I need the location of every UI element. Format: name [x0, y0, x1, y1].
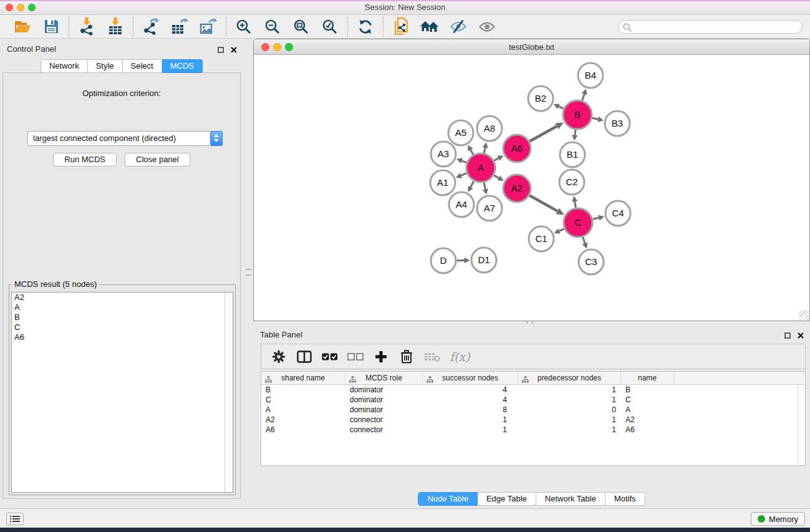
graph-node-A[interactable]: A: [466, 153, 495, 182]
table-cell[interactable]: B: [261, 385, 345, 395]
window-resize-grip[interactable]: [799, 311, 809, 320]
graph-edge-A2-C[interactable]: [529, 196, 564, 215]
minimize-window-button[interactable]: [17, 4, 24, 11]
graph-node-B1[interactable]: B1: [560, 142, 585, 167]
graph-node-A1[interactable]: A1: [430, 170, 455, 195]
zoom-out-button[interactable]: [261, 17, 284, 37]
export-network-button[interactable]: [140, 17, 162, 37]
table-cell[interactable]: 1: [518, 385, 621, 395]
deselect-all-checkboxes-icon[interactable]: [347, 349, 364, 365]
table-cell[interactable]: B: [621, 385, 674, 395]
network-window-titlebar[interactable]: testGlobe.txt: [254, 39, 809, 55]
graph-node-B[interactable]: B: [563, 100, 592, 129]
graph-node-C1[interactable]: C1: [529, 226, 554, 251]
table-cell[interactable]: 1: [423, 415, 518, 425]
show-graphics-details-button[interactable]: [476, 17, 498, 37]
open-file-button[interactable]: [11, 17, 34, 37]
result-list-scrollbar[interactable]: [224, 293, 233, 492]
network-minimize-button[interactable]: [273, 43, 281, 51]
graph-edge-A-A7[interactable]: [483, 183, 488, 195]
graph-node-C2[interactable]: C2: [559, 170, 584, 195]
column-header[interactable]: predecessor nodes: [518, 372, 621, 384]
graph-node-B3[interactable]: B3: [605, 111, 630, 136]
table-cell[interactable]: 8: [423, 405, 518, 415]
hide-graphics-details-button[interactable]: [447, 17, 470, 37]
graph-edge-A-A6[interactable]: [494, 156, 504, 161]
graph-node-C3[interactable]: C3: [579, 249, 604, 274]
optimization-criterion-select[interactable]: largest connected component (directed): [27, 131, 223, 146]
export-table-button[interactable]: [168, 17, 191, 37]
mcds-result-item[interactable]: A2: [12, 293, 233, 302]
graph-edge-A-A2[interactable]: [494, 175, 503, 181]
horizontal-splitter-grip[interactable]: [526, 321, 533, 324]
table-cell[interactable]: A6: [261, 425, 345, 435]
table-cell[interactable]: A2: [261, 415, 345, 425]
table-row[interactable]: A6connector11A6: [261, 425, 805, 435]
run-mcds-button[interactable]: Run MCDS: [53, 153, 117, 167]
close-panel-icon[interactable]: [231, 44, 237, 56]
tab-network[interactable]: Network: [41, 59, 88, 73]
table-cell[interactable]: 0: [518, 405, 621, 415]
table-row[interactable]: A2connector11A2: [261, 415, 805, 425]
graph-node-A2[interactable]: A2: [503, 175, 531, 202]
table-header[interactable]: shared nameMCDS rolesuccessor nodesprede…: [261, 372, 805, 385]
graph-node-D1[interactable]: D1: [471, 248, 496, 273]
task-history-button[interactable]: [6, 513, 24, 525]
graph-edge-A-A1[interactable]: [456, 173, 466, 178]
mcds-result-item[interactable]: A: [12, 302, 233, 312]
graph-node-C[interactable]: C: [564, 208, 592, 237]
table-cell[interactable]: A6: [621, 425, 674, 435]
column-header[interactable]: successor nodes: [423, 372, 518, 384]
table-cell[interactable]: C: [621, 395, 674, 405]
tab-network-table[interactable]: Network Table: [536, 492, 605, 506]
search-input[interactable]: [618, 20, 803, 34]
tab-style[interactable]: Style: [88, 59, 123, 73]
table-cell[interactable]: dominator: [345, 395, 423, 405]
table-cell[interactable]: dominator: [345, 385, 423, 395]
graph-edge-B-B1[interactable]: [572, 130, 577, 140]
graph-edge-A6-B[interactable]: [530, 122, 564, 141]
table-row[interactable]: Adominator80A: [261, 405, 805, 415]
combo-stepper-icon[interactable]: [210, 131, 223, 146]
float-panel-icon[interactable]: [784, 330, 791, 341]
close-panel-button[interactable]: Close panel: [125, 153, 190, 167]
zoom-fit-button[interactable]: [290, 17, 312, 37]
delete-table-icon[interactable]: [424, 349, 440, 365]
graph-edge-A-A8[interactable]: [483, 142, 488, 153]
import-table-button[interactable]: [104, 17, 127, 37]
table-cell[interactable]: 4: [423, 385, 518, 395]
import-network-button[interactable]: [75, 17, 98, 37]
table-cell[interactable]: A: [261, 405, 345, 415]
table-cell[interactable]: connector: [345, 415, 423, 425]
table-cell[interactable]: A2: [621, 415, 674, 425]
zoom-window-button[interactable]: [28, 4, 36, 11]
zoom-selected-button[interactable]: [319, 17, 341, 37]
graph-node-B4[interactable]: B4: [578, 63, 603, 88]
graph-node-A4[interactable]: A4: [449, 192, 474, 217]
graph-edge-C-C4[interactable]: [593, 215, 604, 221]
refresh-button[interactable]: [354, 17, 377, 37]
table-scrollbar[interactable]: [798, 385, 805, 465]
select-all-checkboxes-icon[interactable]: [322, 349, 338, 365]
graph-edge-C-C1[interactable]: [554, 228, 564, 233]
tab-motifs[interactable]: Motifs: [605, 492, 645, 506]
table-cell[interactable]: C: [261, 395, 345, 405]
network-zoom-button[interactable]: [285, 43, 293, 51]
close-panel-icon[interactable]: [798, 330, 804, 341]
table-cell[interactable]: 1: [423, 425, 518, 435]
table-cell[interactable]: 1: [518, 395, 621, 405]
memory-button[interactable]: Memory: [751, 512, 805, 526]
new-session-from-network-button[interactable]: [390, 17, 412, 37]
graph-node-D[interactable]: D: [431, 248, 456, 273]
graph-edge-C-C2[interactable]: [572, 196, 577, 208]
graph-edge-A-A4[interactable]: [468, 181, 473, 192]
table-row[interactable]: Bdominator41B: [261, 385, 805, 395]
column-header[interactable]: MCDS role: [345, 372, 423, 384]
column-header[interactable]: shared name: [261, 372, 345, 384]
table-cell[interactable]: connector: [345, 425, 423, 435]
show-columns-icon[interactable]: [296, 349, 312, 365]
mcds-result-item[interactable]: B: [12, 312, 233, 322]
add-column-icon[interactable]: [373, 349, 389, 365]
table-cell[interactable]: A: [621, 405, 674, 415]
graph-edge-A-A5[interactable]: [468, 145, 473, 155]
